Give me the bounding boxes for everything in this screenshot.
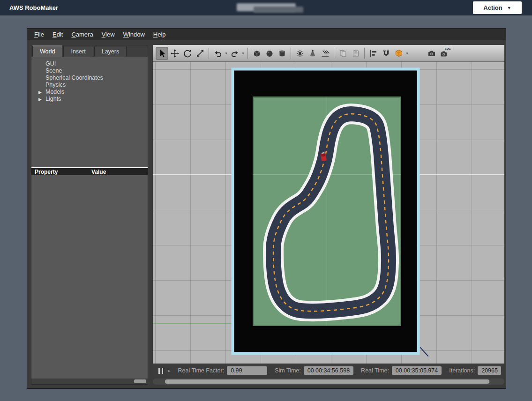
undo-button[interactable] [211, 47, 224, 60]
box-icon [252, 49, 262, 58]
log-camera-icon [440, 49, 449, 58]
panel-horizontal-scrollbar[interactable] [31, 379, 148, 384]
select-tool-button[interactable] [156, 47, 168, 60]
scale-icon [195, 49, 205, 58]
grid-green-axis [153, 323, 232, 324]
magnet-icon [382, 49, 391, 58]
action-button[interactable]: Action ▼ [473, 1, 522, 14]
menu-edit[interactable]: Edit [48, 30, 67, 39]
tree-item-spherical-coordinates[interactable]: Spherical Coordinates [31, 74, 148, 82]
menu-camera[interactable]: Camera [67, 30, 97, 39]
toolbar-separator [247, 48, 248, 59]
undo-icon [213, 49, 223, 58]
property-table-header: Property Value [31, 167, 148, 175]
sim-time-value: 00 00:34:56.598 [304, 366, 353, 375]
tree-item-scene[interactable]: Scene [31, 67, 148, 74]
snap-tool-button[interactable] [380, 47, 392, 60]
directional-light-button[interactable] [319, 47, 331, 60]
align-tool-button[interactable] [367, 47, 380, 60]
iterations-label: Iterations: [449, 367, 475, 374]
redo-dropdown-caret[interactable]: ▾ [241, 52, 245, 55]
view-angle-button[interactable] [392, 47, 405, 60]
real-time-factor-value: 0.99 [227, 366, 267, 375]
action-button-label: Action [483, 4, 502, 11]
log-record-button[interactable]: LOG [438, 47, 450, 60]
point-light-button[interactable] [293, 47, 306, 60]
viewport-toolbar: ▾ ▾ [153, 45, 504, 62]
camera-icon [427, 49, 436, 58]
scrollbar-thumb[interactable] [134, 379, 146, 383]
redacted-block [254, 7, 303, 13]
simulation-canvas[interactable] [153, 62, 504, 364]
property-column-header: Property [35, 169, 91, 175]
value-column-header: Value [91, 169, 148, 175]
expand-arrow-icon[interactable]: ▶ [38, 97, 42, 103]
redo-button[interactable] [228, 47, 241, 60]
tree-item-models[interactable]: ▶Models [31, 89, 148, 96]
menu-help[interactable]: Help [149, 30, 170, 39]
app-title: AWS RoboMaker [9, 0, 58, 15]
toolbar-separator [334, 48, 334, 59]
tree-item-lights[interactable]: ▶Lights [31, 96, 148, 103]
tree-item-gui[interactable]: GUI [31, 60, 148, 67]
step-button[interactable]: ▸ [168, 368, 171, 374]
camera-axis-line [420, 347, 429, 357]
menu-view[interactable]: View [97, 30, 119, 39]
rotate-tool-button[interactable] [181, 47, 194, 60]
real-time-label: Real Time: [361, 367, 389, 374]
screenshot-button[interactable] [425, 47, 438, 60]
directional-light-icon [321, 49, 330, 58]
simulation-statusbar: ▸ Real Time Factor: 0.99 Sim Time: 00 00… [153, 364, 504, 378]
expand-arrow-icon[interactable]: ▶ [38, 89, 42, 96]
translate-tool-button[interactable] [168, 47, 181, 60]
gazebo-window: File Edit Camera View Window Help World … [27, 28, 506, 389]
iterations-value: 20965 [478, 366, 501, 375]
sim-time-label: Sim Time: [275, 367, 301, 374]
menubar: File Edit Camera View Window Help [27, 29, 506, 40]
insert-sphere-button[interactable] [263, 47, 276, 60]
redacted-text [237, 2, 303, 13]
render-viewport[interactable]: ▾ ▾ [153, 45, 504, 364]
aws-topbar: AWS RoboMaker Action ▼ [0, 0, 532, 15]
paste-button[interactable] [349, 47, 362, 60]
tab-layers[interactable]: Layers [94, 46, 127, 57]
point-light-icon [295, 49, 305, 58]
scrollbar-thumb[interactable] [165, 379, 489, 384]
spot-light-button[interactable] [306, 47, 319, 60]
paste-icon [351, 49, 360, 58]
toolbar-separator [209, 48, 209, 59]
world-panel: World Insert Layers GUI Scene Spherical … [31, 45, 148, 385]
rotate-icon [183, 49, 192, 58]
view-angle-dropdown-caret[interactable]: ▾ [405, 52, 409, 55]
undo-dropdown-caret[interactable]: ▾ [224, 52, 228, 55]
chevron-down-icon: ▼ [507, 6, 511, 10]
pause-button[interactable] [158, 368, 163, 374]
racetrack-scene [231, 67, 420, 355]
menu-file[interactable]: File [30, 30, 48, 39]
insert-box-button[interactable] [250, 47, 263, 60]
toolbar-separator [364, 48, 365, 59]
translate-icon [170, 49, 180, 58]
redo-icon [230, 49, 240, 58]
world-tree: GUI Scene Spherical Coordinates Physics … [31, 57, 148, 167]
real-time-factor-label: Real Time Factor: [178, 367, 225, 374]
cylinder-icon [277, 49, 287, 58]
tab-world[interactable]: World [32, 45, 62, 57]
spot-light-icon [308, 49, 317, 58]
screen: AWS RoboMaker Action ▼ File Edit Camera … [0, 0, 532, 401]
panel-tabs: World Insert Layers [31, 45, 148, 57]
insert-cylinder-button[interactable] [276, 47, 288, 60]
copy-icon [338, 49, 348, 58]
menu-window[interactable]: Window [119, 30, 149, 39]
scale-tool-button[interactable] [194, 47, 206, 60]
select-arrow-icon [157, 49, 167, 58]
align-icon [369, 49, 378, 58]
viewport-horizontal-scrollbar[interactable] [153, 379, 504, 385]
sphere-icon [265, 49, 274, 58]
tab-insert[interactable]: Insert [63, 46, 93, 57]
toolbar-separator [291, 48, 291, 59]
copy-button[interactable] [337, 47, 349, 60]
property-table-body [31, 175, 148, 379]
tree-item-physics[interactable]: Physics [31, 82, 148, 89]
real-time-value: 00 00:35:05.974 [392, 366, 442, 375]
